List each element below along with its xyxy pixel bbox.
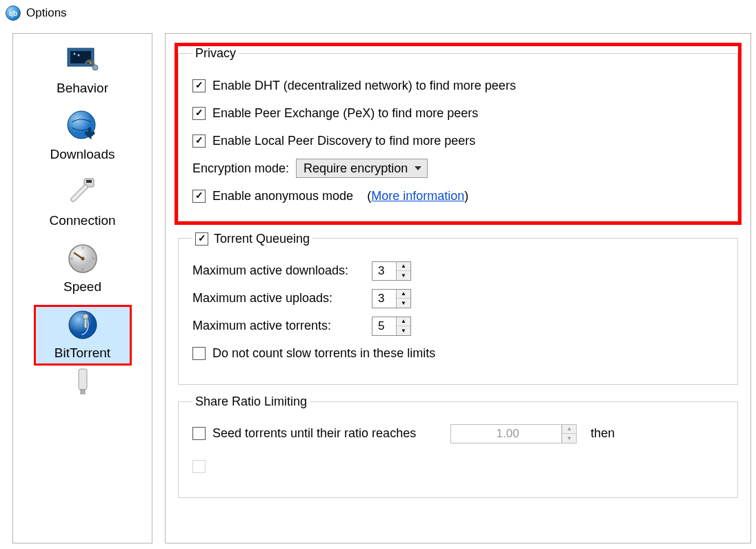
queueing-legend: Torrent Queueing bbox=[192, 231, 312, 246]
spin-value: 3 bbox=[372, 290, 396, 308]
share-legend: Share Ratio Limiting bbox=[192, 395, 310, 409]
select-encryption-mode[interactable]: Require encryption bbox=[296, 159, 428, 178]
privacy-group: Privacy Enable DHT (decentralized networ… bbox=[178, 46, 738, 221]
spin-down-icon[interactable]: ▼ bbox=[397, 299, 410, 308]
sidebar-item-behavior[interactable]: Behavior bbox=[34, 41, 131, 100]
queueing-group: Torrent Queueing Maximum active download… bbox=[178, 231, 738, 385]
checkbox-anonymous[interactable] bbox=[192, 190, 206, 203]
settings-panel: Privacy Enable DHT (decentralized networ… bbox=[165, 33, 751, 543]
spin-max-dl[interactable]: 3 ▲▼ bbox=[372, 261, 411, 281]
label-max-ul: Maximum active uploads: bbox=[192, 291, 365, 306]
sidebar-item-label: Behavior bbox=[57, 81, 108, 96]
sidebar-item-bittorrent[interactable]: BitTorrent bbox=[34, 306, 131, 365]
behavior-icon bbox=[65, 42, 101, 77]
select-value: Require encryption bbox=[304, 161, 408, 175]
spin-up-icon[interactable]: ▲ bbox=[397, 290, 410, 299]
checkbox-seed-until[interactable] bbox=[192, 427, 206, 440]
label-lpd: Enable Local Peer Discovery to find more… bbox=[212, 134, 475, 148]
svg-rect-16 bbox=[84, 319, 87, 328]
spin-max-t[interactable]: 5 ▲▼ bbox=[372, 317, 411, 336]
checkbox-queueing-enable[interactable] bbox=[195, 232, 208, 246]
spin-up-icon[interactable]: ▲ bbox=[397, 262, 410, 272]
spin-max-ul[interactable]: 3 ▲▼ bbox=[372, 289, 411, 308]
spin-value: 3 bbox=[372, 262, 396, 280]
webui-icon bbox=[65, 372, 101, 392]
svg-rect-7 bbox=[86, 180, 92, 183]
spin-down-icon[interactable]: ▼ bbox=[397, 271, 410, 280]
window-title: Options bbox=[26, 6, 67, 20]
sidebar-item-speed[interactable]: Speed bbox=[34, 239, 131, 299]
label-then: then bbox=[590, 426, 615, 441]
checkbox-partial[interactable] bbox=[192, 460, 206, 473]
app-icon: qb bbox=[6, 6, 21, 21]
label-anonymous: Enable anonymous mode bbox=[212, 189, 353, 203]
queueing-legend-text: Torrent Queueing bbox=[214, 232, 310, 246]
sidebar-item-label: Connection bbox=[49, 213, 115, 228]
sidebar-item-label: BitTorrent bbox=[54, 346, 110, 361]
svg-point-4 bbox=[92, 65, 98, 70]
svg-point-2 bbox=[73, 53, 75, 55]
spin-up-icon[interactable]: ▲ bbox=[397, 317, 410, 327]
checkbox-pex[interactable] bbox=[192, 107, 206, 120]
label-seed-until: Seed torrents until their ratio reaches bbox=[212, 426, 416, 441]
sidebar-item-label: Speed bbox=[63, 279, 101, 295]
spin-down-icon[interactable]: ▼ bbox=[562, 434, 576, 443]
downloads-icon bbox=[65, 108, 101, 143]
sidebar-item-next[interactable] bbox=[34, 370, 131, 397]
spin-down-icon[interactable]: ▼ bbox=[397, 326, 410, 335]
category-sidebar: Behavior Downloads bbox=[12, 33, 152, 543]
privacy-legend: Privacy bbox=[192, 46, 239, 61]
sidebar-item-label: Downloads bbox=[50, 147, 115, 162]
label-encryption-mode: Encryption mode: bbox=[192, 161, 289, 176]
title-bar: qb Options bbox=[0, 0, 756, 26]
checkbox-lpd[interactable] bbox=[192, 134, 206, 148]
label-slow: Do not count slow torrents in these limi… bbox=[212, 346, 435, 361]
bittorrent-icon bbox=[65, 307, 101, 341]
label-max-dl: Maximum active downloads: bbox=[192, 263, 365, 278]
svg-point-3 bbox=[77, 54, 79, 57]
connection-icon bbox=[65, 174, 101, 209]
svg-rect-17 bbox=[79, 369, 87, 390]
spin-value: 1.00 bbox=[451, 425, 561, 443]
label-partial bbox=[212, 459, 216, 474]
checkbox-dht[interactable] bbox=[192, 79, 206, 92]
link-more-information[interactable]: More information bbox=[371, 189, 464, 203]
spin-value: 5 bbox=[372, 317, 396, 335]
label-dht: Enable DHT (decentralized network) to fi… bbox=[212, 79, 516, 93]
chevron-down-icon bbox=[415, 166, 421, 170]
sidebar-item-connection[interactable]: Connection bbox=[34, 173, 131, 232]
checkbox-slow[interactable] bbox=[192, 347, 206, 360]
sidebar-item-downloads[interactable]: Downloads bbox=[34, 107, 131, 166]
spin-ratio[interactable]: 1.00 ▲▼ bbox=[450, 424, 577, 443]
speed-icon bbox=[65, 241, 101, 275]
label-max-t: Maximum active torrents: bbox=[192, 319, 365, 333]
spin-up-icon[interactable]: ▲ bbox=[562, 425, 576, 435]
svg-rect-18 bbox=[81, 390, 85, 394]
share-group: Share Ratio Limiting Seed torrents until… bbox=[178, 395, 738, 498]
label-pex: Enable Peer Exchange (PeX) to find more … bbox=[212, 106, 478, 121]
